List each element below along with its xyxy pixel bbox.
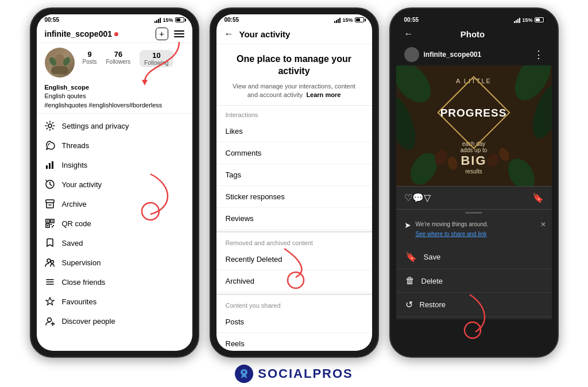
menu-item-archive[interactable]: Archive [37,194,192,214]
phone3-time: 00:55 [404,17,419,23]
tags-item[interactable]: Tags [216,164,372,186]
learn-more-link[interactable]: Learn more [306,91,341,98]
delete-action-item[interactable]: 🗑 Delete [396,269,552,293]
comment-button[interactable]: 💬 [412,192,424,203]
phone1: 00:55 15% infini [30,7,199,358]
svg-rect-14 [52,220,53,222]
content-shared-header: Content you shared [216,296,372,311]
discover-label: Discover people [62,317,115,326]
following-stat[interactable]: 10 Following [140,50,173,67]
p2-signal-bar3 [338,19,339,23]
archived-item[interactable]: Archived [216,270,372,292]
phone1-status-right: 15% [154,17,184,23]
menu-item-qrcode[interactable]: QR code [37,214,192,233]
threads-label: Threads [62,141,90,150]
menu-item-threads[interactable]: Threads [37,136,192,155]
svg-rect-15 [47,225,48,226]
menu-item-discover[interactable]: Discover people [37,311,192,331]
photo-image: A LITTLE PROGRESS each day adds up to BI… [396,65,552,186]
activity-heading: One place to manage your activity [228,53,361,78]
menu-item-activity[interactable]: Your activity [37,175,192,194]
restore-action-icon: ↺ [405,299,413,310]
qr-icon [45,218,55,229]
phone3-status-right: 15% [514,17,543,23]
avatar [45,48,75,78]
svg-rect-7 [52,161,53,169]
save-action-icon: 🔖 [405,251,417,262]
svg-point-4 [48,124,52,127]
followers-stat: 76 Followers [106,50,131,67]
supervision-label: Supervision [62,258,101,267]
restore-action-item[interactable]: ↺ Restore [396,293,552,317]
handle [465,212,482,214]
menu-item-favourites[interactable]: Favourites [37,292,192,311]
svg-rect-5 [46,165,48,169]
menu-button[interactable] [174,30,184,37]
signal-bar4 [160,18,161,23]
header-action-icons: + [156,28,184,40]
reels-item[interactable]: Reels [216,333,372,351]
phone1-wrapper: 00:55 15% infini [30,7,199,358]
menu-item-closefriends[interactable]: Close friends [37,272,192,292]
interactions-section-header: Interactions [216,106,372,121]
phone1-time: 00:55 [45,17,60,23]
signal-bar1 [154,21,156,23]
like-button[interactable]: ♡ [404,192,412,203]
photo-line6: results [448,168,500,175]
svg-rect-9 [46,200,54,203]
notification-link[interactable]: See where to share and link [416,231,487,237]
threads-icon [45,140,55,150]
phone1-battery: 15% [163,17,173,23]
save-action-label: Save [424,253,441,261]
hamburger-line2 [174,33,184,34]
photo-header: ← Photo [396,24,552,44]
reviews-item[interactable]: Reviews [216,208,372,230]
menu-item-saved[interactable]: Saved [37,233,192,253]
stats-row: 9 Posts 76 Followers 10 Following [83,48,173,67]
svg-rect-13 [47,220,48,222]
menu-item-settings[interactable]: Settings and privacy [37,116,192,136]
phone1-signal [154,17,161,23]
p2-signal-bar1 [334,21,335,23]
more-options-button[interactable]: ⋮ [533,48,544,61]
filter-button[interactable]: ▽ [424,192,431,203]
chart-icon [45,160,55,170]
notification-close-button[interactable]: ✕ [540,220,546,229]
p3-signal-bar4 [519,18,520,23]
activity-title: Your activity [239,29,291,39]
p3-signal-bar2 [516,20,517,23]
activity-desc: View and manage your interactions, conte… [228,82,361,100]
phone3-signal [514,17,520,23]
menu-item-supervision[interactable]: Supervision [37,253,192,272]
photo-username-label: infinite_scope001 [424,51,482,59]
action-menu: 🔖 Save 🗑 Delete ↺ Restore [396,243,552,319]
save-action-item[interactable]: 🔖 Save [396,245,552,269]
phone3-screen: 00:55 15% ← Photo [396,14,552,351]
profile-stats-section: 9 Posts 76 Followers 10 Following [37,43,192,82]
comments-item[interactable]: Comments [216,142,372,164]
svg-rect-1 [51,66,68,74]
bookmark-icon [45,238,55,248]
phone1-screen: 00:55 15% infini [37,14,192,351]
profile-menu: Settings and privacy Threads [37,114,192,333]
brand-name-text: SOCIALPROS [258,366,353,381]
recently-deleted-item[interactable]: Recently Deleted [216,249,372,270]
menu-item-insights[interactable]: Insights [37,155,192,175]
phone3-statusbar: 00:55 15% [396,14,552,24]
photo-back-button[interactable]: ← [404,29,413,39]
save-photo-button[interactable]: 🔖 [532,192,544,203]
svg-point-20 [51,261,53,264]
activity-hero: One place to manage your activity View a… [216,44,372,106]
likes-item[interactable]: Likes [216,121,372,142]
phone2: 00:55 15% ← Your ac [210,7,379,358]
signal-bar2 [156,20,157,23]
photo-text-overlay: A LITTLE PROGRESS each day adds up to BI… [448,78,500,175]
diamond-frame: PROGRESS [437,76,510,149]
add-content-button[interactable]: + [156,28,168,40]
activity-icon [45,179,55,189]
photo-title: Photo [461,29,485,39]
sticker-responses-item[interactable]: Sticker responses [216,186,372,208]
posts-item[interactable]: Posts [216,311,372,333]
back-button[interactable]: ← [225,29,234,39]
hamburger-line1 [174,30,184,32]
